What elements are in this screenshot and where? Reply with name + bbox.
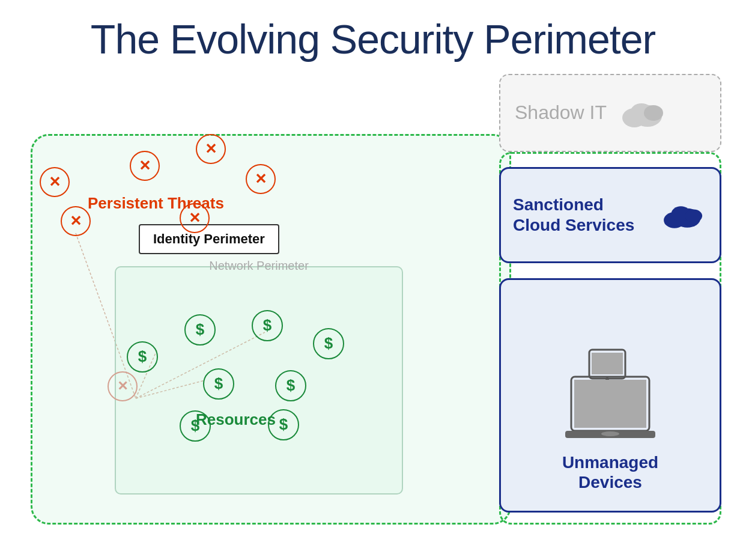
svg-point-7 — [644, 105, 663, 121]
threat-icon-3: ✕ — [196, 134, 226, 164]
dollar-icon-1: $ — [127, 341, 158, 373]
threat-icon-faded: ✕ — [108, 371, 138, 401]
dollar-icon-3: $ — [252, 310, 283, 341]
network-perimeter-label: Network Perimeter — [204, 259, 314, 273]
dollar-icon-8: $ — [268, 409, 299, 440]
sanctioned-cloud-box: SanctionedCloud Services — [499, 167, 721, 263]
unmanaged-devices-label: UnmanagedDevices — [562, 452, 658, 493]
threat-icon-4: ✕ — [246, 164, 276, 194]
dollar-icon-7: $ — [180, 410, 211, 442]
network-perimeter-box: Network Perimeter — [115, 266, 403, 495]
svg-rect-16 — [574, 380, 646, 428]
identity-perimeter-box: Identity Perimeter — [139, 224, 279, 254]
unmanaged-devices-box: UnmanagedDevices — [499, 278, 721, 513]
svg-point-18 — [601, 431, 619, 436]
threat-icon-6: ✕ — [180, 203, 210, 233]
laptop-icon — [562, 371, 658, 443]
dollar-icon-6: $ — [275, 370, 306, 401]
shadow-it-label: Shadow IT — [515, 102, 607, 124]
sanctioned-cloud-icon — [660, 198, 708, 231]
shadow-it-cloud-icon — [616, 95, 670, 131]
identity-perimeter-label: Identity Perimeter — [153, 231, 265, 246]
dollar-icon-5: $ — [203, 368, 234, 400]
page-title: The Evolving Security Perimeter — [0, 0, 746, 62]
sanctioned-cloud-label: SanctionedCloud Services — [513, 195, 654, 235]
threat-icon-1: ✕ — [40, 167, 70, 197]
dollar-icon-4: $ — [313, 328, 344, 359]
svg-point-11 — [685, 210, 702, 222]
diagram-area: Shadow IT SanctionedCloud Services — [19, 74, 727, 549]
threat-icon-5: ✕ — [61, 206, 91, 236]
threat-icon-2: ✕ — [130, 151, 160, 181]
shadow-it-box: Shadow IT — [499, 74, 721, 152]
dollar-icon-2: $ — [184, 314, 216, 345]
